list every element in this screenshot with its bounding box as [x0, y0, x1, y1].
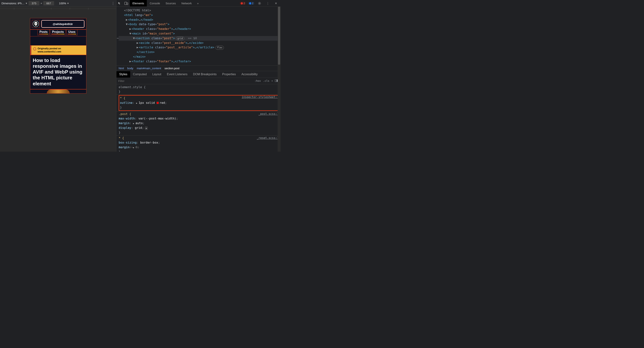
tab-computed[interactable]: Computed — [130, 71, 150, 78]
tab-label: Sources — [166, 2, 176, 5]
tab-styles[interactable]: Styles — [116, 71, 130, 78]
dom-node[interactable]: ▼<body data-type="post"> — [119, 22, 280, 27]
nav-uses[interactable]: Uses — [66, 30, 77, 35]
tab-properties[interactable]: Properties — [220, 71, 238, 78]
dom-node[interactable]: </section> — [119, 50, 280, 55]
zoom-value: 100% — [59, 2, 66, 5]
tab-label: Console — [150, 2, 160, 5]
site-logo[interactable] — [32, 20, 40, 28]
handle-text: @whitep4nth3r — [53, 23, 73, 26]
add-rule-icon[interactable]: + — [270, 79, 274, 82]
inspect-icon[interactable] — [116, 0, 123, 7]
dom-tree[interactable]: <!DOCTYPE html> <html lang="en"> ▶<head>… — [116, 7, 280, 66]
tab-accessibility[interactable]: Accessibility — [238, 71, 260, 78]
dom-node[interactable]: ▶<header class="header">…</header> — [119, 27, 280, 31]
tab-sources[interactable]: Sources — [163, 0, 178, 7]
zoom-select[interactable]: 100% ▼ — [59, 2, 69, 5]
message-badge[interactable]: 2 — [248, 2, 254, 5]
rule-source-link[interactable]: inspector-stylesheet:1 — [242, 95, 279, 99]
svg-point-5 — [259, 3, 260, 4]
scrollbar-thumb[interactable] — [278, 7, 280, 65]
device-preview-panel: Dimensions: iPh… ▼ × 100% ▼ ⋮ — [0, 0, 116, 152]
devtools-toolbar: Elements Console Sources Network » 2 2 ⋮… — [116, 0, 280, 7]
dimension-separator: × — [40, 2, 42, 5]
styles-filter-input[interactable] — [118, 79, 253, 83]
target-icon — [33, 48, 36, 50]
svg-rect-4 — [127, 3, 128, 5]
tab-console[interactable]: Console — [147, 0, 163, 7]
tab-elements[interactable]: Elements — [130, 0, 147, 7]
tab-event-listeners[interactable]: Event Listeners — [164, 71, 190, 78]
grid-icon[interactable]: ▦ — [145, 127, 148, 130]
grid-badge[interactable]: grid — [176, 37, 184, 41]
svg-point-1 — [35, 23, 35, 24]
error-count: 2 — [244, 2, 245, 5]
gear-icon[interactable] — [256, 0, 263, 7]
crumb-section[interactable]: section.post — [164, 67, 180, 70]
error-badge[interactable]: 2 — [240, 2, 246, 5]
dom-node[interactable]: <!DOCTYPE html> — [119, 8, 280, 13]
device-toolbar: Dimensions: iPh… ▼ × 100% ▼ ⋮ — [0, 0, 116, 7]
rule-post[interactable]: _post.scss:1 .post { max-width: var(--po… — [116, 112, 280, 136]
nav-projects[interactable]: Projects — [50, 30, 66, 35]
device-width-input[interactable] — [28, 1, 39, 6]
error-dot-icon — [241, 2, 243, 5]
chevron-down-icon: ▼ — [25, 2, 28, 5]
rule-universal-reset[interactable]: _reset.scss:1 * { box-sizing: border-box… — [116, 136, 280, 152]
color-swatch-icon[interactable] — [156, 102, 159, 104]
kebab-icon[interactable]: ⋮ — [264, 0, 271, 7]
dom-node-selected[interactable]: ⋯ ▼<section class="post">grid == $0 — [119, 36, 280, 41]
rendered-page[interactable]: @whitep4nth3r Posts Projects Uses Origin… — [30, 18, 86, 93]
dom-node[interactable]: </main> — [119, 55, 280, 59]
device-select[interactable]: Dimensions: iPh… ▼ — [2, 2, 28, 5]
tab-label: Elements — [132, 2, 144, 5]
panther-icon — [33, 21, 39, 27]
svg-rect-3 — [124, 2, 127, 5]
hov-toggle[interactable]: :hov — [253, 79, 262, 82]
breadcrumb: html body main#main_content section.post — [116, 66, 280, 71]
rule-source-link[interactable]: _reset.scss:1 — [257, 136, 279, 140]
notice-bar[interactable]: Originally posted on www.contentful.com — [30, 46, 86, 55]
device-toggle-icon[interactable] — [123, 0, 130, 7]
cls-toggle[interactable]: .cls — [262, 79, 270, 82]
handle-badge[interactable]: @whitep4nth3r — [42, 20, 84, 28]
styles-tabs: Styles Computed Layout Event Listeners D… — [116, 71, 280, 78]
styles-pane[interactable]: element.style { } inspector-stylesheet:1… — [116, 84, 280, 152]
notice-text: Originally posted on www.contentful.com — [38, 47, 62, 53]
nav-label: Uses — [68, 30, 75, 34]
dom-node[interactable]: ▼<main id="main_content"> — [119, 31, 280, 36]
device-label: Dimensions: iPh… — [2, 2, 24, 5]
site-nav: Posts Projects Uses — [30, 30, 86, 36]
crumb-body[interactable]: body — [127, 67, 134, 70]
article-image[interactable] — [47, 90, 70, 93]
crumb-html[interactable]: html — [119, 67, 124, 70]
scrollbar[interactable] — [278, 7, 280, 152]
device-height-input[interactable] — [43, 1, 54, 6]
svg-point-2 — [36, 23, 36, 24]
dom-node[interactable]: ▶<aside class="post__aside">…</aside> — [119, 41, 280, 45]
rule-source-link[interactable]: _post.scss:1 — [258, 112, 279, 116]
dom-node[interactable]: <html lang="en"> — [119, 13, 280, 18]
dom-node[interactable]: ▶<footer class="footer">…</footer> — [119, 59, 280, 64]
more-options-icon[interactable]: ⋮ — [112, 1, 115, 6]
crumb-main[interactable]: main#main_content — [137, 67, 161, 70]
tab-dom-breakpoints[interactable]: DOM Breakpoints — [190, 71, 220, 78]
chevron-down-icon: ▼ — [67, 2, 69, 5]
site-header: @whitep4nth3r — [30, 18, 86, 30]
device-preview: @whitep4nth3r Posts Projects Uses Origin… — [0, 11, 116, 152]
tab-label: Network — [182, 2, 192, 5]
nav-posts[interactable]: Posts — [38, 30, 50, 35]
ellipsis-icon[interactable]: ⋯ — [117, 36, 119, 41]
tab-network[interactable]: Network — [179, 0, 194, 7]
dom-node[interactable]: ▶<article class="post__article">…</artic… — [119, 45, 280, 50]
close-icon[interactable]: ✕ — [273, 0, 279, 7]
rule-universal-outline[interactable]: inspector-stylesheet:1 * { outline: ▶ 1p… — [116, 95, 280, 111]
rule-element-style[interactable]: element.style { } — [116, 85, 280, 95]
dom-node[interactable]: ▶<head>…</head> — [119, 18, 280, 22]
more-tabs-icon[interactable]: » — [195, 0, 201, 7]
tab-layout[interactable]: Layout — [150, 71, 164, 78]
flex-badge[interactable]: flex — [216, 46, 224, 50]
nav-label: Posts — [40, 30, 48, 34]
devtools-panel: Elements Console Sources Network » 2 2 ⋮… — [116, 0, 280, 152]
article-image-row — [30, 89, 86, 93]
